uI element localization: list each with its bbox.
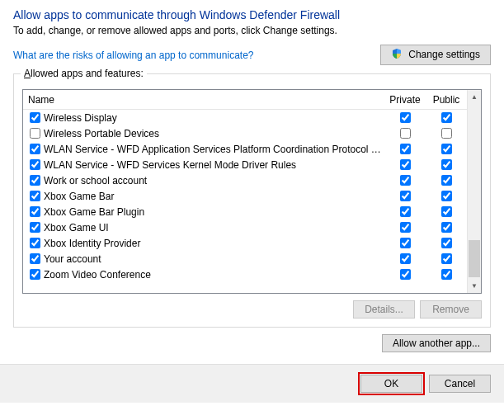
app-name-label: Xbox Identity Provider — [44, 238, 384, 249]
app-enabled-checkbox[interactable] — [30, 191, 40, 201]
app-name-label: Your account — [44, 253, 384, 265]
private-checkbox[interactable] — [400, 112, 411, 123]
list-item[interactable]: Xbox Game Bar — [23, 188, 467, 204]
app-name-label: Work or school account — [44, 175, 384, 186]
remove-button[interactable]: Remove — [420, 300, 482, 319]
public-checkbox[interactable] — [441, 222, 452, 233]
list-item[interactable]: Work or school account — [23, 172, 467, 188]
app-name-label: Xbox Game Bar Plugin — [44, 206, 384, 218]
page-subtitle: To add, change, or remove allowed apps a… — [13, 25, 491, 36]
app-enabled-checkbox[interactable] — [30, 159, 40, 170]
list-item[interactable]: Xbox Game Bar Plugin — [23, 204, 467, 219]
shield-icon — [391, 48, 403, 62]
allowed-apps-group: Allowed apps and features: Name Private … — [13, 73, 491, 328]
private-checkbox[interactable] — [400, 206, 411, 217]
public-checkbox[interactable] — [441, 112, 452, 123]
public-checkbox[interactable] — [441, 128, 452, 139]
app-enabled-checkbox[interactable] — [30, 253, 40, 264]
public-checkbox[interactable] — [441, 159, 452, 170]
public-checkbox[interactable] — [441, 191, 452, 201]
list-item[interactable]: Zoom Video Conference — [23, 267, 467, 282]
scroll-thumb[interactable] — [469, 240, 480, 277]
scroll-track[interactable] — [468, 104, 481, 279]
list-item[interactable]: WLAN Service - WFD Services Kernel Mode … — [23, 157, 467, 172]
app-enabled-checkbox[interactable] — [30, 238, 40, 248]
private-checkbox[interactable] — [400, 128, 411, 139]
list-item[interactable]: Wireless Display — [23, 110, 467, 125]
col-header-private[interactable]: Private — [384, 94, 426, 106]
app-enabled-checkbox[interactable] — [30, 112, 40, 123]
change-settings-button[interactable]: Change settings — [380, 45, 491, 65]
public-checkbox[interactable] — [441, 175, 452, 186]
public-checkbox[interactable] — [441, 269, 452, 280]
app-enabled-checkbox[interactable] — [30, 206, 40, 217]
app-name-label: WLAN Service - WFD Services Kernel Mode … — [44, 159, 384, 171]
change-settings-label: Change settings — [408, 49, 480, 60]
app-name-label: Wireless Display — [44, 112, 384, 124]
list-header: Name Private Public — [23, 90, 467, 110]
page-title: Allow apps to communicate through Window… — [13, 8, 491, 21]
allow-another-app-button[interactable]: Allow another app... — [382, 334, 491, 352]
app-enabled-checkbox[interactable] — [30, 175, 40, 186]
scroll-up-icon[interactable]: ▲ — [468, 90, 481, 104]
app-name-label: Zoom Video Conference — [44, 269, 384, 281]
cancel-button[interactable]: Cancel — [429, 375, 491, 393]
list-item[interactable]: Xbox Identity Provider — [23, 235, 467, 251]
private-checkbox[interactable] — [400, 175, 411, 186]
col-header-public[interactable]: Public — [426, 94, 467, 106]
ok-button[interactable]: OK — [360, 375, 422, 393]
details-button[interactable]: Details... — [353, 300, 415, 319]
apps-list: Name Private Public Wireless DisplayWire… — [22, 89, 482, 294]
dialog-footer: OK Cancel — [0, 364, 504, 403]
private-checkbox[interactable] — [400, 269, 411, 280]
app-name-label: Xbox Game Bar — [44, 191, 384, 202]
app-enabled-checkbox[interactable] — [30, 269, 40, 280]
app-name-label: Wireless Portable Devices — [44, 128, 384, 139]
list-item[interactable]: Your account — [23, 251, 467, 267]
scroll-down-icon[interactable]: ▼ — [468, 279, 481, 293]
private-checkbox[interactable] — [400, 222, 411, 233]
private-checkbox[interactable] — [400, 159, 411, 170]
col-header-name[interactable]: Name — [23, 94, 384, 106]
list-item[interactable]: Wireless Portable Devices — [23, 125, 467, 141]
app-enabled-checkbox[interactable] — [30, 222, 40, 233]
list-item[interactable]: WLAN Service - WFD Application Services … — [23, 141, 467, 157]
app-enabled-checkbox[interactable] — [30, 128, 40, 139]
private-checkbox[interactable] — [400, 144, 411, 154]
group-label: Allowed apps and features: — [21, 68, 147, 79]
app-name-label: WLAN Service - WFD Application Services … — [44, 144, 384, 155]
private-checkbox[interactable] — [400, 191, 411, 201]
public-checkbox[interactable] — [441, 238, 452, 248]
public-checkbox[interactable] — [441, 144, 452, 154]
app-enabled-checkbox[interactable] — [30, 144, 40, 154]
risks-link[interactable]: What are the risks of allowing an app to… — [13, 50, 253, 61]
app-name-label: Xbox Game UI — [44, 222, 384, 234]
private-checkbox[interactable] — [400, 238, 411, 248]
private-checkbox[interactable] — [400, 253, 411, 264]
list-item[interactable]: Xbox Game UI — [23, 219, 467, 235]
vertical-scrollbar[interactable]: ▲ ▼ — [467, 90, 481, 293]
public-checkbox[interactable] — [441, 206, 452, 217]
public-checkbox[interactable] — [441, 253, 452, 264]
